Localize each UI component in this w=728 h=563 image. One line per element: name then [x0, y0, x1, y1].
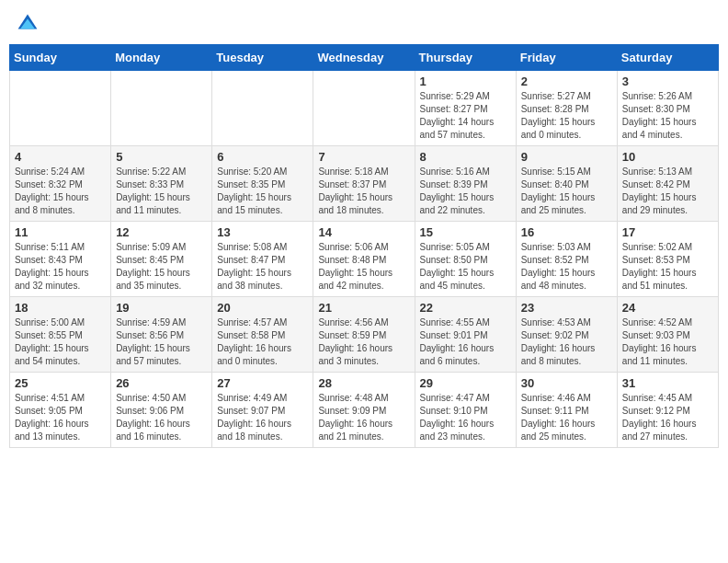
- calendar-cell: 26Sunrise: 4:50 AM Sunset: 9:06 PM Dayli…: [111, 373, 212, 448]
- calendar-cell: 14Sunrise: 5:06 AM Sunset: 8:48 PM Dayli…: [313, 222, 415, 297]
- weekday-header-tuesday: Tuesday: [212, 45, 313, 71]
- day-number: 20: [217, 301, 308, 315]
- calendar-cell: 8Sunrise: 5:16 AM Sunset: 8:39 PM Daylig…: [415, 146, 516, 222]
- day-number: 4: [15, 150, 106, 164]
- day-info: Sunrise: 4:50 AM Sunset: 9:06 PM Dayligh…: [116, 392, 207, 443]
- calendar-cell: [313, 71, 415, 146]
- calendar-cell: 24Sunrise: 4:52 AM Sunset: 9:03 PM Dayli…: [617, 297, 718, 373]
- week-row-3: 11Sunrise: 5:11 AM Sunset: 8:43 PM Dayli…: [10, 222, 719, 297]
- day-number: 31: [622, 376, 713, 390]
- day-info: Sunrise: 5:29 AM Sunset: 8:27 PM Dayligh…: [420, 90, 511, 142]
- calendar-cell: 2Sunrise: 5:27 AM Sunset: 8:28 PM Daylig…: [516, 71, 617, 146]
- day-info: Sunrise: 5:05 AM Sunset: 8:50 PM Dayligh…: [420, 241, 511, 293]
- calendar-header: SundayMondayTuesdayWednesdayThursdayFrid…: [10, 45, 719, 71]
- calendar-cell: 17Sunrise: 5:02 AM Sunset: 8:53 PM Dayli…: [617, 222, 718, 297]
- day-number: 30: [521, 376, 612, 390]
- calendar-cell: 10Sunrise: 5:13 AM Sunset: 8:42 PM Dayli…: [617, 146, 718, 222]
- day-info: Sunrise: 5:16 AM Sunset: 8:39 PM Dayligh…: [420, 166, 511, 217]
- day-number: 28: [318, 376, 409, 390]
- day-number: 22: [420, 301, 511, 315]
- calendar-table: SundayMondayTuesdayWednesdayThursdayFrid…: [9, 44, 719, 448]
- logo: [17, 13, 40, 35]
- calendar-cell: 19Sunrise: 4:59 AM Sunset: 8:56 PM Dayli…: [111, 297, 212, 373]
- day-info: Sunrise: 4:59 AM Sunset: 8:56 PM Dayligh…: [116, 316, 207, 368]
- weekday-header-wednesday: Wednesday: [313, 45, 415, 71]
- day-number: 29: [420, 376, 511, 390]
- weekday-header-friday: Friday: [516, 45, 617, 71]
- calendar-cell: 21Sunrise: 4:56 AM Sunset: 8:59 PM Dayli…: [313, 297, 415, 373]
- day-info: Sunrise: 5:03 AM Sunset: 8:52 PM Dayligh…: [521, 241, 612, 293]
- day-info: Sunrise: 5:00 AM Sunset: 8:55 PM Dayligh…: [15, 316, 106, 368]
- calendar-cell: 27Sunrise: 4:49 AM Sunset: 9:07 PM Dayli…: [212, 373, 313, 448]
- day-number: 15: [420, 225, 511, 239]
- weekday-header-monday: Monday: [111, 45, 212, 71]
- day-info: Sunrise: 5:13 AM Sunset: 8:42 PM Dayligh…: [622, 166, 713, 217]
- calendar-cell: 9Sunrise: 5:15 AM Sunset: 8:40 PM Daylig…: [516, 146, 617, 222]
- day-number: 8: [420, 150, 511, 164]
- calendar-cell: 4Sunrise: 5:24 AM Sunset: 8:32 PM Daylig…: [10, 146, 111, 222]
- week-row-5: 25Sunrise: 4:51 AM Sunset: 9:05 PM Dayli…: [10, 373, 719, 448]
- day-info: Sunrise: 4:49 AM Sunset: 9:07 PM Dayligh…: [217, 392, 308, 443]
- day-info: Sunrise: 5:02 AM Sunset: 8:53 PM Dayligh…: [622, 241, 713, 293]
- day-info: Sunrise: 5:27 AM Sunset: 8:28 PM Dayligh…: [521, 90, 612, 142]
- calendar-cell: 1Sunrise: 5:29 AM Sunset: 8:27 PM Daylig…: [415, 71, 516, 146]
- day-number: 11: [15, 225, 106, 239]
- day-number: 23: [521, 301, 612, 315]
- calendar-cell: 13Sunrise: 5:08 AM Sunset: 8:47 PM Dayli…: [212, 222, 313, 297]
- day-number: 18: [15, 301, 106, 315]
- weekday-header-sunday: Sunday: [10, 45, 111, 71]
- day-number: 9: [521, 150, 612, 164]
- day-info: Sunrise: 5:06 AM Sunset: 8:48 PM Dayligh…: [318, 241, 409, 293]
- calendar-body: 1Sunrise: 5:29 AM Sunset: 8:27 PM Daylig…: [10, 71, 719, 448]
- calendar-cell: 31Sunrise: 4:45 AM Sunset: 9:12 PM Dayli…: [617, 373, 718, 448]
- week-row-1: 1Sunrise: 5:29 AM Sunset: 8:27 PM Daylig…: [10, 71, 719, 146]
- day-number: 14: [318, 225, 409, 239]
- logo-icon: [17, 13, 39, 35]
- day-number: 25: [15, 376, 106, 390]
- day-info: Sunrise: 5:24 AM Sunset: 8:32 PM Dayligh…: [15, 166, 106, 217]
- day-number: 24: [622, 301, 713, 315]
- day-info: Sunrise: 5:08 AM Sunset: 8:47 PM Dayligh…: [217, 241, 308, 293]
- calendar-cell: [212, 71, 313, 146]
- day-number: 7: [318, 150, 409, 164]
- day-info: Sunrise: 5:15 AM Sunset: 8:40 PM Dayligh…: [521, 166, 612, 217]
- calendar-cell: 29Sunrise: 4:47 AM Sunset: 9:10 PM Dayli…: [415, 373, 516, 448]
- day-number: 16: [521, 225, 612, 239]
- calendar-cell: 25Sunrise: 4:51 AM Sunset: 9:05 PM Dayli…: [10, 373, 111, 448]
- calendar-cell: 22Sunrise: 4:55 AM Sunset: 9:01 PM Dayli…: [415, 297, 516, 373]
- day-number: 26: [116, 376, 207, 390]
- day-number: 3: [622, 75, 713, 88]
- day-number: 2: [521, 75, 612, 88]
- weekday-row: SundayMondayTuesdayWednesdayThursdayFrid…: [10, 45, 719, 71]
- weekday-header-thursday: Thursday: [415, 45, 516, 71]
- calendar-cell: 15Sunrise: 5:05 AM Sunset: 8:50 PM Dayli…: [415, 222, 516, 297]
- day-info: Sunrise: 4:51 AM Sunset: 9:05 PM Dayligh…: [15, 392, 106, 443]
- day-info: Sunrise: 4:48 AM Sunset: 9:09 PM Dayligh…: [318, 392, 409, 443]
- day-number: 1: [420, 75, 511, 88]
- calendar-cell: 16Sunrise: 5:03 AM Sunset: 8:52 PM Dayli…: [516, 222, 617, 297]
- calendar-cell: 30Sunrise: 4:46 AM Sunset: 9:11 PM Dayli…: [516, 373, 617, 448]
- calendar-cell: 20Sunrise: 4:57 AM Sunset: 8:58 PM Dayli…: [212, 297, 313, 373]
- day-info: Sunrise: 5:20 AM Sunset: 8:35 PM Dayligh…: [217, 166, 308, 217]
- week-row-2: 4Sunrise: 5:24 AM Sunset: 8:32 PM Daylig…: [10, 146, 719, 222]
- calendar-cell: 3Sunrise: 5:26 AM Sunset: 8:30 PM Daylig…: [617, 71, 718, 146]
- calendar-cell: 11Sunrise: 5:11 AM Sunset: 8:43 PM Dayli…: [10, 222, 111, 297]
- day-number: 10: [622, 150, 713, 164]
- day-number: 13: [217, 225, 308, 239]
- day-info: Sunrise: 4:53 AM Sunset: 9:02 PM Dayligh…: [521, 316, 612, 368]
- day-info: Sunrise: 4:56 AM Sunset: 8:59 PM Dayligh…: [318, 316, 409, 368]
- day-number: 19: [116, 301, 207, 315]
- calendar-cell: 7Sunrise: 5:18 AM Sunset: 8:37 PM Daylig…: [313, 146, 415, 222]
- day-number: 21: [318, 301, 409, 315]
- day-info: Sunrise: 4:47 AM Sunset: 9:10 PM Dayligh…: [420, 392, 511, 443]
- calendar-cell: 18Sunrise: 5:00 AM Sunset: 8:55 PM Dayli…: [10, 297, 111, 373]
- day-info: Sunrise: 4:52 AM Sunset: 9:03 PM Dayligh…: [622, 316, 713, 368]
- calendar-cell: 12Sunrise: 5:09 AM Sunset: 8:45 PM Dayli…: [111, 222, 212, 297]
- week-row-4: 18Sunrise: 5:00 AM Sunset: 8:55 PM Dayli…: [10, 297, 719, 373]
- day-number: 12: [116, 225, 207, 239]
- calendar-cell: 28Sunrise: 4:48 AM Sunset: 9:09 PM Dayli…: [313, 373, 415, 448]
- page-header: [9, 9, 719, 39]
- day-info: Sunrise: 4:46 AM Sunset: 9:11 PM Dayligh…: [521, 392, 612, 443]
- day-info: Sunrise: 4:57 AM Sunset: 8:58 PM Dayligh…: [217, 316, 308, 368]
- day-info: Sunrise: 4:55 AM Sunset: 9:01 PM Dayligh…: [420, 316, 511, 368]
